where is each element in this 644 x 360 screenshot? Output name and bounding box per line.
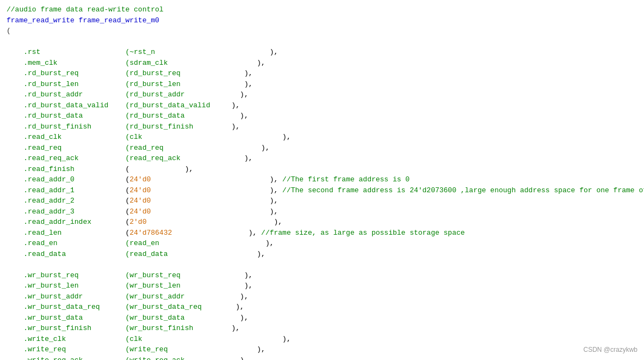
line: .wr_burst_finish (wr_burst_finish ), <box>7 323 637 334</box>
line: frame_read_write frame_read_write_m0 <box>7 15 637 26</box>
line: .rd_burst_addr (rd_burst_addr ), <box>7 89 637 100</box>
line: .rst (~rst_n ), <box>7 47 637 58</box>
line <box>7 259 637 270</box>
line: .read_en (read_en ), <box>7 238 637 249</box>
line: .read_addr_1 (24'd0 ), //The second fram… <box>7 185 637 196</box>
line: .read_addr_3 (24'd0 ), <box>7 206 637 217</box>
watermark: CSDN @crazykwb <box>583 345 637 355</box>
line: .read_addr_0 (24'd0 ), //The first frame… <box>7 174 637 185</box>
line: .write_req (write_req ), <box>7 344 637 355</box>
line: .write_req_ack (write_req_ack ), <box>7 355 637 361</box>
line: .rd_burst_len (rd_burst_len ), <box>7 79 637 90</box>
line: .rd_burst_data (rd_burst_data ), <box>7 111 637 121</box>
line: .read_data (read_data ), <box>7 249 637 260</box>
line: .rd_burst_data_valid (rd_burst_data_vali… <box>7 100 637 111</box>
line: ( <box>7 26 637 36</box>
line: .read_req (read_req ), <box>7 143 637 154</box>
line: .wr_burst_addr (wr_burst_addr ), <box>7 291 637 302</box>
line: .rd_burst_req (rd_burst_req ), <box>7 68 637 79</box>
line: .wr_burst_data (wr_burst_data ), <box>7 313 637 324</box>
line: .wr_burst_req (wr_burst_req ), <box>7 270 637 281</box>
line: .wr_burst_data_req (wr_burst_data_req ), <box>7 302 637 313</box>
line: .read_addr_index (2'd0 ), <box>7 217 637 228</box>
line: .read_finish ( ), <box>7 164 637 175</box>
line: .read_len (24'd786432 ), //frame size, a… <box>7 228 637 239</box>
line: .read_clk (clk ), <box>7 132 637 143</box>
line: .wr_burst_len (wr_burst_len ), <box>7 280 637 291</box>
code-block: //audio frame data read-write controlfra… <box>7 4 637 360</box>
code-container: //audio frame data read-write controlfra… <box>0 0 644 360</box>
line <box>7 36 637 47</box>
line: .read_addr_2 (24'd0 ), <box>7 196 637 206</box>
line: .rd_burst_finish (rd_burst_finish ), <box>7 121 637 132</box>
line: //audio frame data read-write control <box>7 4 637 15</box>
line: .read_req_ack (read_req_ack ), <box>7 153 637 164</box>
line: .write_clk (clk ), <box>7 334 637 345</box>
line: .mem_clk (sdram_clk ), <box>7 58 637 69</box>
